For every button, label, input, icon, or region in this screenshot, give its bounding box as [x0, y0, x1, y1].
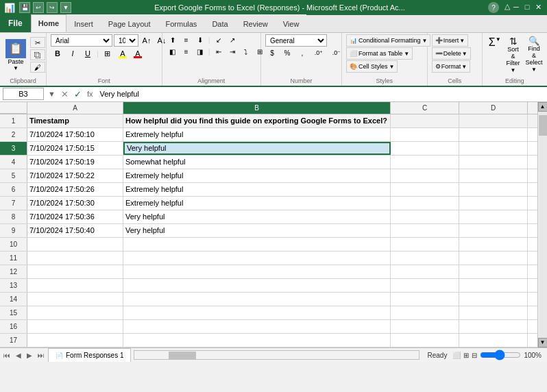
- formulas-tab[interactable]: Formulas: [158, 14, 205, 32]
- row-number[interactable]: 4: [0, 156, 27, 169]
- cell-a7[interactable]: 7/10/2024 17:50:30: [27, 197, 123, 210]
- undo-icon[interactable]: ↩: [33, 2, 44, 13]
- cell-d16[interactable]: [459, 320, 528, 333]
- decrease-indent-button[interactable]: ⇤: [212, 46, 225, 57]
- cell-d17[interactable]: [459, 334, 528, 347]
- cell-e1[interactable]: [528, 114, 537, 127]
- page-layout-view-button[interactable]: ⊞: [463, 352, 469, 359]
- row-number[interactable]: 9: [0, 224, 27, 237]
- cell-b7[interactable]: Extremely helpful: [123, 197, 391, 210]
- page-break-view-button[interactable]: ⊟: [472, 352, 477, 359]
- increase-decimal-button[interactable]: .0⁺: [311, 47, 327, 58]
- h-scroll-thumb[interactable]: [169, 352, 196, 360]
- horizontal-scrollbar[interactable]: [134, 350, 419, 360]
- cell-b15[interactable]: [123, 306, 391, 319]
- cell-a17[interactable]: [27, 334, 123, 347]
- number-format-select[interactable]: General: [265, 34, 327, 47]
- cell-c15[interactable]: [391, 306, 459, 319]
- cell-d5[interactable]: [459, 169, 528, 182]
- row-number[interactable]: 1: [0, 114, 27, 127]
- sort-filter-button[interactable]: ⇅ Sort &Filter ▼: [505, 34, 522, 75]
- conditional-formatting-button[interactable]: 📊 Conditional Formatting ▼: [346, 34, 430, 47]
- page-layout-tab[interactable]: Page Layout: [101, 14, 158, 32]
- cut-button[interactable]: ✂: [30, 37, 45, 48]
- cell-b14[interactable]: [123, 293, 391, 306]
- align-left-button[interactable]: ◧: [167, 46, 179, 57]
- row-number[interactable]: 6: [0, 183, 27, 196]
- scroll-track[interactable]: [539, 112, 547, 338]
- cell-b5[interactable]: Extremely helpful: [123, 169, 391, 182]
- cell-d15[interactable]: [459, 306, 528, 319]
- column-header-d[interactable]: D: [459, 102, 528, 114]
- cell-styles-button[interactable]: 🎨 Cell Styles ▼: [346, 60, 398, 73]
- cell-a2[interactable]: 7/10/2024 17:50:10: [27, 128, 123, 141]
- cell-d9[interactable]: [459, 224, 528, 237]
- cell-c17[interactable]: [391, 334, 459, 347]
- normal-view-button[interactable]: ⬜: [452, 352, 461, 359]
- cell-e16[interactable]: [528, 320, 537, 333]
- minimize-button[interactable]: ─: [511, 2, 521, 12]
- row-number[interactable]: 11: [0, 252, 27, 265]
- cell-c7[interactable]: [391, 197, 459, 210]
- cell-c16[interactable]: [391, 320, 459, 333]
- formula-input[interactable]: Very helpful: [97, 88, 544, 100]
- cell-a8[interactable]: 7/10/2024 17:50:36: [27, 210, 123, 223]
- row-number[interactable]: 14: [0, 293, 27, 306]
- font-size-select[interactable]: 10: [114, 34, 138, 47]
- delete-button[interactable]: ➖ Delete ▼: [432, 47, 471, 60]
- cell-a15[interactable]: [27, 306, 123, 319]
- cell-c12[interactable]: [391, 265, 459, 278]
- cell-a3[interactable]: 7/10/2024 17:50:15: [27, 142, 123, 155]
- review-tab[interactable]: Review: [236, 14, 276, 32]
- sheet-nav-next-icon[interactable]: ▶: [25, 352, 34, 359]
- cell-b8[interactable]: Very helpful: [123, 210, 391, 223]
- cell-d10[interactable]: [459, 238, 528, 251]
- cell-c9[interactable]: [391, 224, 459, 237]
- comma-button[interactable]: ,: [295, 47, 309, 58]
- cell-a16[interactable]: [27, 320, 123, 333]
- column-header-c[interactable]: C: [391, 102, 459, 114]
- cell-c2[interactable]: [391, 128, 459, 141]
- cell-e9[interactable]: [528, 224, 537, 237]
- cell-c6[interactable]: [391, 183, 459, 196]
- cell-d2[interactable]: [459, 128, 528, 141]
- cell-e2[interactable]: [528, 128, 537, 141]
- cell-c5[interactable]: [391, 169, 459, 182]
- scroll-up-button[interactable]: ▲: [538, 102, 548, 112]
- bold-button[interactable]: B: [51, 47, 64, 60]
- restore-button[interactable]: □: [522, 2, 532, 12]
- autosum-button[interactable]: Σ ▼: [487, 34, 503, 51]
- align-right-button[interactable]: ◨: [194, 46, 206, 57]
- cell-b2[interactable]: Extremely helpful: [123, 128, 391, 141]
- cell-a14[interactable]: [27, 293, 123, 306]
- cell-c4[interactable]: [391, 156, 459, 169]
- insert-button[interactable]: ➕ Insert ▼: [432, 34, 468, 47]
- row-number[interactable]: 15: [0, 306, 27, 319]
- format-as-table-button[interactable]: ⬜ Format as Table ▼: [346, 47, 413, 60]
- wrap-text-button[interactable]: ⤵: [240, 46, 252, 57]
- sheet-tab-form-responses[interactable]: 📄 Form Responses 1: [48, 348, 131, 362]
- cell-a10[interactable]: [27, 238, 123, 251]
- cell-a5[interactable]: 7/10/2024 17:50:22: [27, 169, 123, 182]
- view-tab[interactable]: View: [276, 14, 307, 32]
- cell-c10[interactable]: [391, 238, 459, 251]
- scroll-down-button[interactable]: ▼: [538, 338, 548, 347]
- dollar-button[interactable]: $: [265, 47, 279, 58]
- cell-d3[interactable]: [459, 142, 528, 155]
- cell-e13[interactable]: [528, 279, 537, 292]
- cell-a12[interactable]: [27, 265, 123, 278]
- cell-e4[interactable]: [528, 156, 537, 169]
- row-number[interactable]: 7: [0, 197, 27, 210]
- insert-tab[interactable]: Insert: [66, 14, 101, 32]
- cell-c13[interactable]: [391, 279, 459, 292]
- format-painter-button[interactable]: 🖌: [30, 62, 45, 73]
- cell-d11[interactable]: [459, 252, 528, 265]
- cell-a1[interactable]: Timestamp: [27, 114, 123, 127]
- cell-b16[interactable]: [123, 320, 391, 333]
- cell-c1[interactable]: [391, 114, 459, 127]
- increase-indent-button[interactable]: ⇥: [226, 46, 239, 57]
- row-number[interactable]: 17: [0, 334, 27, 347]
- cell-d14[interactable]: [459, 293, 528, 306]
- cell-b9[interactable]: Very helpful: [123, 224, 391, 237]
- row-number[interactable]: 3: [0, 142, 27, 155]
